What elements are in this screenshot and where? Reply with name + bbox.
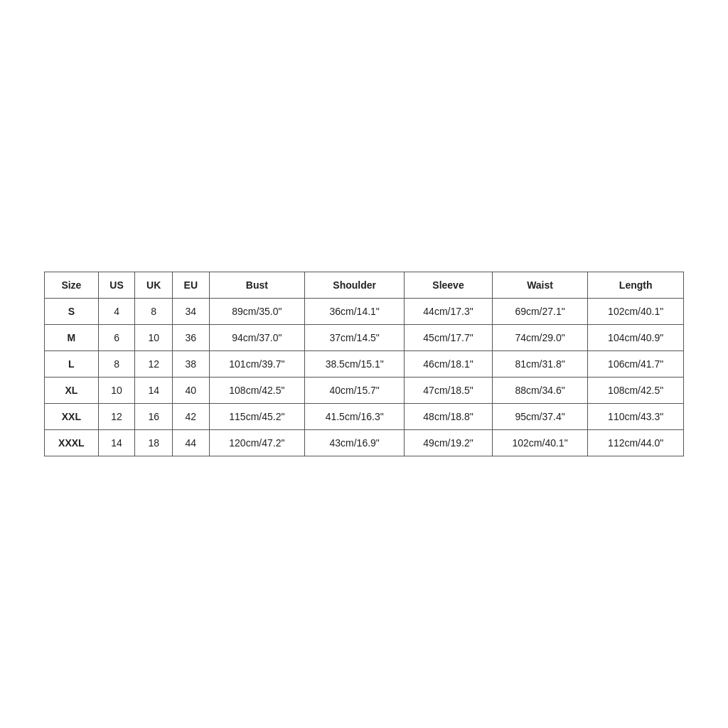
cell-r3-c1: 10 [98,378,135,404]
table-row: S483489cm/35.0"36cm/14.1"44cm/17.3"69cm/… [45,299,684,325]
cell-r2-c2: 12 [135,351,173,378]
cell-r1-c0: M [45,325,99,351]
cell-r1-c6: 45cm/17.7" [405,325,493,351]
cell-r3-c6: 47cm/18.5" [405,378,493,404]
cell-r3-c5: 40cm/15.7" [305,378,405,404]
header-shoulder: Shoulder [305,272,405,299]
cell-r0-c7: 69cm/27.1" [492,299,588,325]
cell-r4-c7: 95cm/37.4" [492,404,588,430]
cell-r3-c2: 14 [135,378,173,404]
size-chart-container: SizeUSUKEUBustShoulderSleeveWaistLength … [44,272,684,456]
cell-r5-c2: 18 [135,430,173,456]
cell-r5-c5: 43cm/16.9" [305,430,405,456]
header-eu: EU [173,272,210,299]
table-header-row: SizeUSUKEUBustShoulderSleeveWaistLength [45,272,684,299]
cell-r1-c3: 36 [173,325,210,351]
cell-r2-c0: L [45,351,99,378]
cell-r0-c5: 36cm/14.1" [305,299,405,325]
cell-r0-c2: 8 [135,299,173,325]
cell-r1-c7: 74cm/29.0" [492,325,588,351]
cell-r1-c5: 37cm/14.5" [305,325,405,351]
cell-r4-c8: 110cm/43.3" [588,404,684,430]
header-size: Size [45,272,99,299]
table-row: XL101440108cm/42.5"40cm/15.7"47cm/18.5"8… [45,378,684,404]
cell-r0-c4: 89cm/35.0" [209,299,305,325]
table-row: L81238101cm/39.7"38.5cm/15.1"46cm/18.1"8… [45,351,684,378]
cell-r2-c6: 46cm/18.1" [405,351,493,378]
cell-r4-c5: 41.5cm/16.3" [305,404,405,430]
cell-r3-c4: 108cm/42.5" [209,378,305,404]
header-length: Length [588,272,684,299]
header-sleeve: Sleeve [405,272,493,299]
cell-r4-c1: 12 [98,404,135,430]
header-bust: Bust [209,272,305,299]
cell-r3-c7: 88cm/34.6" [492,378,588,404]
cell-r4-c2: 16 [135,404,173,430]
cell-r2-c5: 38.5cm/15.1" [305,351,405,378]
cell-r0-c3: 34 [173,299,210,325]
cell-r0-c0: S [45,299,99,325]
cell-r0-c6: 44cm/17.3" [405,299,493,325]
size-chart-table: SizeUSUKEUBustShoulderSleeveWaistLength … [44,272,684,456]
table-row: M6103694cm/37.0"37cm/14.5"45cm/17.7"74cm… [45,325,684,351]
cell-r4-c3: 42 [173,404,210,430]
table-row: XXL121642115cm/45.2"41.5cm/16.3"48cm/18.… [45,404,684,430]
cell-r0-c8: 102cm/40.1" [588,299,684,325]
cell-r5-c3: 44 [173,430,210,456]
cell-r2-c4: 101cm/39.7" [209,351,305,378]
cell-r5-c6: 49cm/19.2" [405,430,493,456]
table-body: S483489cm/35.0"36cm/14.1"44cm/17.3"69cm/… [45,299,684,456]
cell-r1-c4: 94cm/37.0" [209,325,305,351]
cell-r1-c2: 10 [135,325,173,351]
cell-r5-c0: XXXL [45,430,99,456]
cell-r4-c4: 115cm/45.2" [209,404,305,430]
header-uk: UK [135,272,173,299]
cell-r2-c3: 38 [173,351,210,378]
cell-r4-c6: 48cm/18.8" [405,404,493,430]
cell-r4-c0: XXL [45,404,99,430]
table-row: XXXL141844120cm/47.2"43cm/16.9"49cm/19.2… [45,430,684,456]
cell-r5-c1: 14 [98,430,135,456]
header-us: US [98,272,135,299]
cell-r2-c8: 106cm/41.7" [588,351,684,378]
cell-r3-c3: 40 [173,378,210,404]
cell-r5-c4: 120cm/47.2" [209,430,305,456]
cell-r3-c8: 108cm/42.5" [588,378,684,404]
cell-r1-c8: 104cm/40.9" [588,325,684,351]
cell-r2-c7: 81cm/31.8" [492,351,588,378]
cell-r0-c1: 4 [98,299,135,325]
cell-r5-c8: 112cm/44.0" [588,430,684,456]
cell-r3-c0: XL [45,378,99,404]
header-waist: Waist [492,272,588,299]
cell-r5-c7: 102cm/40.1" [492,430,588,456]
cell-r1-c1: 6 [98,325,135,351]
cell-r2-c1: 8 [98,351,135,378]
